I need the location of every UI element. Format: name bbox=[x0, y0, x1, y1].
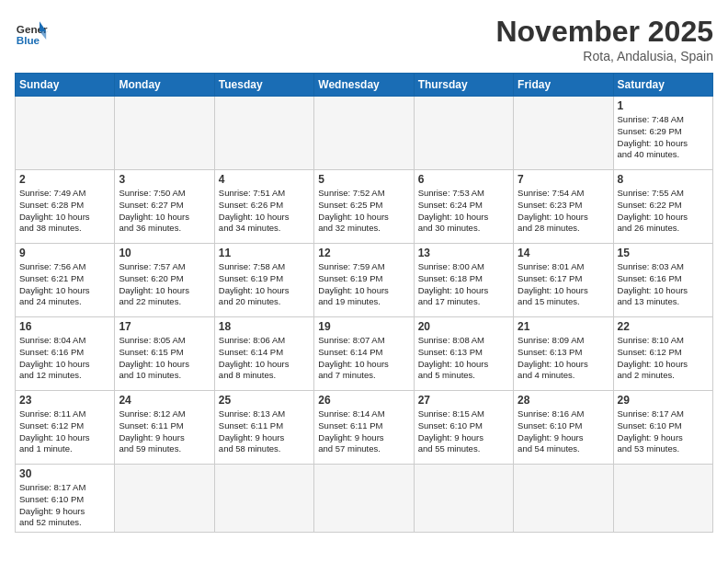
day-number: 26 bbox=[318, 394, 409, 407]
calendar-cell: 3Sunrise: 7:50 AM Sunset: 6:27 PM Daylig… bbox=[115, 170, 214, 244]
day-info: Sunrise: 8:01 AM Sunset: 6:17 PM Dayligh… bbox=[518, 261, 609, 308]
day-info: Sunrise: 8:09 AM Sunset: 6:13 PM Dayligh… bbox=[518, 335, 609, 382]
day-info: Sunrise: 7:56 AM Sunset: 6:21 PM Dayligh… bbox=[19, 261, 110, 308]
day-number: 18 bbox=[219, 320, 310, 333]
calendar-cell: 13Sunrise: 8:00 AM Sunset: 6:18 PM Dayli… bbox=[414, 244, 513, 317]
calendar-cell: 15Sunrise: 8:03 AM Sunset: 6:16 PM Dayli… bbox=[613, 244, 712, 317]
day-number: 16 bbox=[19, 320, 110, 333]
day-number: 13 bbox=[418, 247, 509, 259]
calendar-cell: 12Sunrise: 7:59 AM Sunset: 6:19 PM Dayli… bbox=[314, 244, 414, 317]
calendar-body: 1Sunrise: 7:48 AM Sunset: 6:29 PM Daylig… bbox=[16, 97, 713, 533]
day-info: Sunrise: 8:11 AM Sunset: 6:12 PM Dayligh… bbox=[19, 408, 110, 455]
calendar-cell: 16Sunrise: 8:04 AM Sunset: 6:16 PM Dayli… bbox=[16, 317, 115, 391]
location: Rota, Andalusia, Spain bbox=[495, 49, 713, 63]
calendar-week-2: 2Sunrise: 7:49 AM Sunset: 6:28 PM Daylig… bbox=[16, 170, 713, 244]
calendar-cell: 26Sunrise: 8:14 AM Sunset: 6:11 PM Dayli… bbox=[314, 391, 414, 465]
day-info: Sunrise: 7:57 AM Sunset: 6:20 PM Dayligh… bbox=[119, 261, 210, 308]
day-info: Sunrise: 8:17 AM Sunset: 6:10 PM Dayligh… bbox=[618, 408, 709, 455]
month-title: November 2025 bbox=[495, 15, 713, 49]
day-info: Sunrise: 8:04 AM Sunset: 6:16 PM Dayligh… bbox=[19, 335, 110, 382]
day-info: Sunrise: 8:08 AM Sunset: 6:13 PM Dayligh… bbox=[418, 335, 509, 382]
logo: General Blue bbox=[15, 15, 48, 48]
day-number: 29 bbox=[618, 394, 709, 407]
day-info: Sunrise: 8:13 AM Sunset: 6:11 PM Dayligh… bbox=[219, 408, 310, 455]
day-number: 5 bbox=[318, 173, 409, 186]
day-info: Sunrise: 7:55 AM Sunset: 6:22 PM Dayligh… bbox=[618, 188, 709, 235]
day-info: Sunrise: 8:14 AM Sunset: 6:11 PM Dayligh… bbox=[318, 408, 409, 455]
day-number: 21 bbox=[518, 320, 609, 333]
svg-marker-3 bbox=[40, 31, 46, 40]
calendar-cell: 30Sunrise: 8:17 AM Sunset: 6:10 PM Dayli… bbox=[16, 465, 115, 533]
day-info: Sunrise: 7:53 AM Sunset: 6:24 PM Dayligh… bbox=[418, 188, 509, 235]
day-number: 7 bbox=[518, 173, 609, 186]
calendar-cell bbox=[613, 465, 712, 533]
calendar-cell: 9Sunrise: 7:56 AM Sunset: 6:21 PM Daylig… bbox=[16, 244, 115, 317]
day-info: Sunrise: 8:16 AM Sunset: 6:10 PM Dayligh… bbox=[518, 408, 609, 455]
calendar-week-5: 23Sunrise: 8:11 AM Sunset: 6:12 PM Dayli… bbox=[16, 391, 713, 465]
calendar-cell: 25Sunrise: 8:13 AM Sunset: 6:11 PM Dayli… bbox=[214, 391, 313, 465]
svg-text:Blue: Blue bbox=[17, 34, 40, 46]
day-number: 23 bbox=[19, 394, 110, 407]
day-number: 24 bbox=[119, 394, 210, 407]
day-number: 11 bbox=[219, 247, 310, 259]
day-number: 2 bbox=[19, 173, 110, 186]
day-info: Sunrise: 7:50 AM Sunset: 6:27 PM Dayligh… bbox=[119, 188, 210, 235]
day-info: Sunrise: 8:10 AM Sunset: 6:12 PM Dayligh… bbox=[618, 335, 709, 382]
weekday-wednesday: Wednesday bbox=[314, 74, 414, 97]
calendar-cell: 11Sunrise: 7:58 AM Sunset: 6:19 PM Dayli… bbox=[214, 244, 313, 317]
calendar-cell: 1Sunrise: 7:48 AM Sunset: 6:29 PM Daylig… bbox=[613, 97, 712, 170]
day-number: 15 bbox=[618, 247, 709, 259]
calendar-cell bbox=[115, 97, 214, 170]
calendar-cell: 28Sunrise: 8:16 AM Sunset: 6:10 PM Dayli… bbox=[514, 391, 613, 465]
calendar-cell: 2Sunrise: 7:49 AM Sunset: 6:28 PM Daylig… bbox=[16, 170, 115, 244]
title-block: November 2025 Rota, Andalusia, Spain bbox=[495, 15, 713, 63]
logo-icon: General Blue bbox=[15, 15, 48, 48]
calendar-cell bbox=[414, 97, 513, 170]
day-number: 3 bbox=[119, 173, 210, 186]
calendar-cell bbox=[214, 465, 313, 533]
calendar-cell: 7Sunrise: 7:54 AM Sunset: 6:23 PM Daylig… bbox=[514, 170, 613, 244]
day-number: 6 bbox=[418, 173, 509, 186]
weekday-thursday: Thursday bbox=[414, 74, 513, 97]
day-number: 17 bbox=[119, 320, 210, 333]
calendar-cell: 20Sunrise: 8:08 AM Sunset: 6:13 PM Dayli… bbox=[414, 317, 513, 391]
calendar-cell: 6Sunrise: 7:53 AM Sunset: 6:24 PM Daylig… bbox=[414, 170, 513, 244]
weekday-friday: Friday bbox=[514, 74, 613, 97]
calendar-cell bbox=[115, 465, 214, 533]
day-number: 14 bbox=[518, 247, 609, 259]
day-info: Sunrise: 8:12 AM Sunset: 6:11 PM Dayligh… bbox=[119, 408, 210, 455]
page-header: General Blue November 2025 Rota, Andalus… bbox=[15, 15, 713, 63]
day-info: Sunrise: 8:17 AM Sunset: 6:10 PM Dayligh… bbox=[19, 482, 110, 529]
weekday-monday: Monday bbox=[115, 74, 214, 97]
day-info: Sunrise: 8:15 AM Sunset: 6:10 PM Dayligh… bbox=[418, 408, 509, 455]
calendar-cell: 27Sunrise: 8:15 AM Sunset: 6:10 PM Dayli… bbox=[414, 391, 513, 465]
calendar-cell: 10Sunrise: 7:57 AM Sunset: 6:20 PM Dayli… bbox=[115, 244, 214, 317]
calendar-week-1: 1Sunrise: 7:48 AM Sunset: 6:29 PM Daylig… bbox=[16, 97, 713, 170]
calendar-cell bbox=[314, 97, 414, 170]
day-info: Sunrise: 8:05 AM Sunset: 6:15 PM Dayligh… bbox=[119, 335, 210, 382]
calendar-table: SundayMondayTuesdayWednesdayThursdayFrid… bbox=[15, 73, 713, 533]
weekday-tuesday: Tuesday bbox=[214, 74, 313, 97]
calendar-week-3: 9Sunrise: 7:56 AM Sunset: 6:21 PM Daylig… bbox=[16, 244, 713, 317]
calendar-cell: 21Sunrise: 8:09 AM Sunset: 6:13 PM Dayli… bbox=[514, 317, 613, 391]
day-number: 10 bbox=[119, 247, 210, 259]
day-number: 25 bbox=[219, 394, 310, 407]
calendar-cell: 4Sunrise: 7:51 AM Sunset: 6:26 PM Daylig… bbox=[214, 170, 313, 244]
day-info: Sunrise: 8:06 AM Sunset: 6:14 PM Dayligh… bbox=[219, 335, 310, 382]
day-number: 8 bbox=[618, 173, 709, 186]
day-info: Sunrise: 7:54 AM Sunset: 6:23 PM Dayligh… bbox=[518, 188, 609, 235]
calendar-cell: 23Sunrise: 8:11 AM Sunset: 6:12 PM Dayli… bbox=[16, 391, 115, 465]
calendar-cell bbox=[514, 465, 613, 533]
calendar-week-4: 16Sunrise: 8:04 AM Sunset: 6:16 PM Dayli… bbox=[16, 317, 713, 391]
calendar-week-6: 30Sunrise: 8:17 AM Sunset: 6:10 PM Dayli… bbox=[16, 465, 713, 533]
day-number: 27 bbox=[418, 394, 509, 407]
calendar-cell bbox=[314, 465, 414, 533]
day-number: 12 bbox=[318, 247, 409, 259]
day-info: Sunrise: 8:03 AM Sunset: 6:16 PM Dayligh… bbox=[618, 261, 709, 308]
day-number: 9 bbox=[19, 247, 110, 259]
day-number: 4 bbox=[219, 173, 310, 186]
day-info: Sunrise: 8:00 AM Sunset: 6:18 PM Dayligh… bbox=[418, 261, 509, 308]
weekday-header-row: SundayMondayTuesdayWednesdayThursdayFrid… bbox=[16, 74, 713, 97]
calendar-cell: 14Sunrise: 8:01 AM Sunset: 6:17 PM Dayli… bbox=[514, 244, 613, 317]
calendar-cell: 19Sunrise: 8:07 AM Sunset: 6:14 PM Dayli… bbox=[314, 317, 414, 391]
